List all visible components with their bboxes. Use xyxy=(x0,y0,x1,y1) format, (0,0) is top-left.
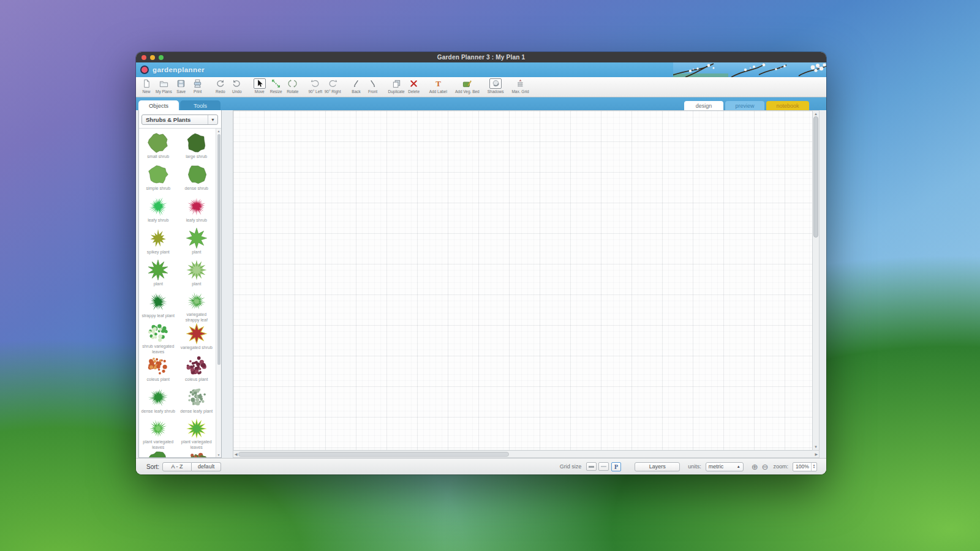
toolbar-button-delete[interactable]: Delete xyxy=(407,78,421,94)
canvas-vscroll-track[interactable] xyxy=(813,116,819,444)
sort-az-button[interactable]: A - Z xyxy=(162,462,192,471)
canvas-hscroll-track[interactable] xyxy=(238,451,815,457)
sidebar-scroll-thumb[interactable] xyxy=(217,134,221,365)
toolbar-button-add-label[interactable]: TAdd Label xyxy=(429,78,447,94)
sort-default-button[interactable]: default xyxy=(192,462,221,471)
plant-item[interactable] xyxy=(139,450,178,457)
toolbar-button-label: Redo xyxy=(216,89,225,94)
category-dropdown[interactable]: Shrubs & Plants ▼ xyxy=(141,114,218,125)
toolbar-group: BackFront xyxy=(349,78,380,94)
plant-item[interactable]: leafy shrub xyxy=(139,195,178,227)
canvas-hscroll-thumb[interactable] xyxy=(238,452,509,457)
toolbar-button-redo[interactable]: Redo xyxy=(213,78,228,94)
toolbar-button-move[interactable]: Move xyxy=(252,78,267,94)
plant-icon xyxy=(183,418,210,440)
plant-icon xyxy=(183,195,210,218)
zoom-out-icon[interactable]: ⊖ xyxy=(762,463,769,471)
toolbar-button-print[interactable]: Print xyxy=(190,78,205,94)
plant-item[interactable]: plant xyxy=(139,259,178,291)
tab-design-label: design xyxy=(696,103,712,109)
toolbar-button-add-veg-bed[interactable]: Add Veg. Bed xyxy=(455,78,480,94)
tab-objects-label: Objects xyxy=(149,102,168,109)
plant-item[interactable]: plant variegated leaves xyxy=(178,418,216,450)
canvas-horizontal-scrollbar[interactable]: ◀ ▶ xyxy=(233,451,820,458)
plant-item[interactable]: dense shrub xyxy=(178,163,216,195)
toolbar-button-90-right[interactable]: 90° Right xyxy=(325,78,341,94)
toolbar-button-label: My Plans xyxy=(156,89,172,94)
layers-button[interactable]: Layers xyxy=(635,462,680,471)
plant-item[interactable]: plant xyxy=(178,227,216,259)
toolbar-button-90-left[interactable]: 90° Left xyxy=(308,78,323,94)
plant-icon xyxy=(183,291,210,312)
shadows-icon xyxy=(489,78,502,89)
zoom-in-icon[interactable]: ⊕ xyxy=(752,463,758,471)
grid-size-small-button[interactable] xyxy=(586,462,597,471)
toolbar-button-max-grid[interactable]: Max. Grid xyxy=(511,78,529,94)
tab-objects[interactable]: Objects xyxy=(138,100,179,110)
toolbar-button-undo[interactable]: Undo xyxy=(230,78,244,94)
tab-preview-label: preview xyxy=(735,103,754,109)
minimize-button[interactable] xyxy=(150,55,155,60)
toolbar-group: DuplicateDelete xyxy=(388,78,421,94)
main-area: Shrubs & Plants ▼ small shrublarge shrub… xyxy=(136,110,826,458)
duplicate-icon xyxy=(390,78,402,89)
tab-tools[interactable]: Tools xyxy=(180,100,221,110)
toolbar-group: Shadows xyxy=(488,78,504,94)
plant-item[interactable]: dense leafy plant xyxy=(178,386,216,418)
tab-preview[interactable]: preview xyxy=(725,101,764,110)
grid-size-large-button[interactable] xyxy=(598,462,609,471)
plant-item[interactable]: simple shrub xyxy=(139,163,178,195)
spinner-arrows-icon[interactable]: ▲▼ xyxy=(811,463,816,471)
toolbar-button-resize[interactable]: Resize xyxy=(269,78,284,94)
plant-item[interactable]: variegated shrub xyxy=(178,323,216,354)
plant-item[interactable]: plant variegated leaves xyxy=(139,418,178,450)
plant-item[interactable] xyxy=(178,450,216,457)
plant-item[interactable]: coleus plant xyxy=(139,354,178,386)
plant-item[interactable]: shrub variegated leaves xyxy=(139,323,178,354)
toolbar-button-label: Duplicate xyxy=(388,89,405,94)
scroll-up-icon[interactable]: ▲ xyxy=(813,111,818,116)
toolbar-button-new[interactable]: New xyxy=(139,78,154,94)
design-canvas[interactable] xyxy=(233,110,812,451)
canvas-area: ▲ ▼ ◀ ▶ xyxy=(233,110,820,458)
plant-item[interactable]: strappy leaf plant xyxy=(139,291,178,323)
canvas-vscroll-thumb[interactable] xyxy=(813,116,818,238)
window-titlebar[interactable]: Garden Planner 3 : My Plan 1 xyxy=(136,52,826,62)
plant-item[interactable]: small shrub xyxy=(139,132,178,163)
folder-icon xyxy=(157,78,170,89)
plant-item[interactable]: dense leafy shrub xyxy=(139,386,178,418)
grid-p-button[interactable]: P xyxy=(611,462,621,471)
sidebar-scrollbar[interactable]: ▲ ▼ xyxy=(216,129,221,457)
scroll-right-icon[interactable]: ▶ xyxy=(814,452,818,457)
sidebar-scroll-track[interactable] xyxy=(216,133,221,453)
plant-item[interactable]: coleus plant xyxy=(178,354,216,386)
fullscreen-button[interactable] xyxy=(159,55,164,60)
scroll-down-icon[interactable]: ▼ xyxy=(813,444,818,449)
toolbar-button-my-plans[interactable]: My Plans xyxy=(156,78,172,94)
plant-item[interactable]: variegated strappy leaf xyxy=(178,291,216,323)
sort-default-label: default xyxy=(198,463,214,470)
tab-notebook[interactable]: notebook xyxy=(766,101,809,110)
scroll-down-icon[interactable]: ▼ xyxy=(217,453,221,457)
toolbar-button-duplicate[interactable]: Duplicate xyxy=(388,78,405,94)
tab-design[interactable]: design xyxy=(684,101,723,110)
plant-item[interactable]: large shrub xyxy=(178,132,216,163)
close-button[interactable] xyxy=(141,55,146,60)
toolbar-button-shadows[interactable]: Shadows xyxy=(488,78,504,94)
plant-item[interactable]: plant xyxy=(178,259,216,291)
toolbar-button-rotate[interactable]: Rotate xyxy=(285,78,300,94)
plant-label: coleus plant xyxy=(183,377,209,382)
toolbar-button-back[interactable]: Back xyxy=(349,78,364,94)
plant-item[interactable]: spikey plant xyxy=(139,227,178,259)
plant-item[interactable]: leafy shrub xyxy=(178,195,216,227)
toolbar-button-front[interactable]: Front xyxy=(366,78,380,94)
rotate-left-icon xyxy=(309,78,322,89)
canvas-vertical-scrollbar[interactable]: ▲ ▼ xyxy=(812,110,820,451)
toolbar-button-label: Resize xyxy=(270,89,282,94)
zoom-level-input[interactable]: 100% ▲▼ xyxy=(793,462,817,471)
plant-label: simple shrub xyxy=(144,186,172,191)
plant-icon xyxy=(145,418,172,440)
scroll-left-icon[interactable]: ◀ xyxy=(234,452,238,457)
toolbar-button-save[interactable]: Save xyxy=(174,78,189,94)
units-select[interactable]: metric ▲ xyxy=(706,462,744,471)
